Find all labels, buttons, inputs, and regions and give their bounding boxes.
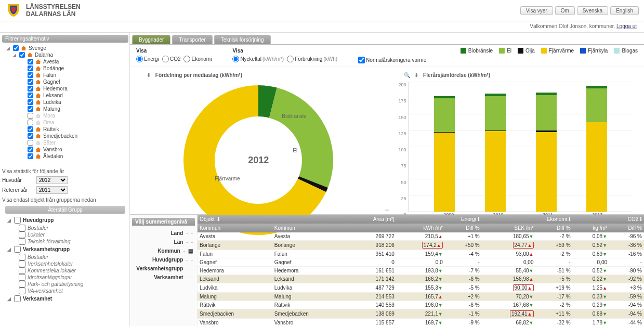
- th-diff2[interactable]: Diff %: [536, 224, 573, 232]
- muni-checkbox[interactable]: [28, 126, 33, 132]
- ref-year-select[interactable]: 2011: [36, 186, 68, 194]
- group-item-checkbox[interactable]: [19, 254, 25, 260]
- table-row[interactable]: SmedjebackenSmedjebacken138 069221,1▼-1 …: [198, 309, 644, 319]
- tree-region[interactable]: ◢ Dalarna: [6, 51, 128, 58]
- group-checkbox[interactable]: [14, 246, 21, 253]
- tab-buildings[interactable]: Byggnader: [132, 35, 170, 44]
- lang-english-button[interactable]: English: [610, 6, 639, 15]
- th-co2[interactable]: CO2 ℹ: [573, 215, 644, 224]
- muni-checkbox[interactable]: [28, 106, 33, 112]
- table-row[interactable]: HedemoraHedemora161 651193,8▼-7 %55,40▼-…: [198, 267, 644, 275]
- tree-item-ludvika[interactable]: Ludvika: [6, 99, 128, 106]
- th-area[interactable]: Area [m²]: [347, 215, 397, 224]
- muni-checkbox[interactable]: [28, 113, 33, 119]
- bar-column[interactable]: [434, 96, 455, 212]
- group-item[interactable]: Teknisk förvaltning: [7, 238, 128, 245]
- tree-item-avesta[interactable]: Avesta: [6, 58, 128, 65]
- root-checkbox[interactable]: [13, 45, 19, 51]
- download-icon[interactable]: ⬇: [147, 72, 151, 78]
- summ-level-län[interactable]: Län--: [132, 238, 195, 246]
- show-views-button[interactable]: Visa vyer: [520, 6, 553, 15]
- main-year-select[interactable]: 2012: [36, 176, 68, 184]
- tab-tech[interactable]: Teknisk försörjning: [214, 35, 271, 44]
- tree-item-leksand[interactable]: Leksand: [6, 92, 128, 99]
- group-item-checkbox[interactable]: [19, 225, 25, 231]
- donut-slice[interactable]: [269, 88, 333, 188]
- muni-checkbox[interactable]: [28, 140, 33, 146]
- muni-checkbox[interactable]: [28, 147, 33, 152]
- th-objekt[interactable]: Objekt ⬇: [198, 215, 272, 224]
- tree-item-gagnef[interactable]: Gagnef: [6, 79, 128, 85]
- th-kgm2[interactable]: kg /m²: [573, 224, 610, 232]
- table-row[interactable]: FalunFalun951 410159,4▼-4 %93,00▲+2 %0,8…: [198, 250, 644, 258]
- table-row[interactable]: GagnefGagnef00,0-0,00-0,00-: [198, 258, 644, 267]
- th-diff1[interactable]: Diff %: [445, 224, 482, 232]
- muni-checkbox[interactable]: [28, 99, 33, 105]
- th-kwhm2[interactable]: kWh /m²: [397, 224, 445, 232]
- tree-item-orsa[interactable]: Orsa: [6, 119, 128, 126]
- muni-checkbox[interactable]: [28, 72, 33, 78]
- group-item-checkbox[interactable]: [19, 231, 25, 238]
- tree-item-smedjebacken[interactable]: Smedjebacken: [6, 133, 128, 139]
- th-kommun2[interactable]: Kommun: [272, 224, 347, 232]
- group-item[interactable]: Bostäder: [7, 225, 128, 231]
- lang-swedish-button[interactable]: Svenska: [577, 6, 608, 15]
- group-item[interactable]: Kommersiella lokaler: [7, 267, 128, 274]
- table-row[interactable]: BorlängeBorlänge918 206174,2▲+50 %24,77▲…: [198, 241, 644, 250]
- group-item[interactable]: Park- och gatubelysning: [7, 281, 128, 288]
- th-diff3[interactable]: Diff %: [609, 224, 644, 232]
- group-header[interactable]: ◢Verksamhetsgrupp: [7, 245, 128, 254]
- tab-transport[interactable]: Transporter: [172, 35, 212, 44]
- about-button[interactable]: Om: [555, 6, 575, 15]
- th-energi[interactable]: Energi ℹ: [397, 215, 482, 224]
- radio-ekonomi[interactable]: Ekonomi: [183, 56, 212, 62]
- radio-forbrukning[interactable]: Förbrukning (kWh): [287, 56, 337, 62]
- logout-link[interactable]: Logga ut: [616, 23, 637, 29]
- twisty-icon[interactable]: ◢: [7, 218, 12, 223]
- zoom-icon[interactable]: 🔍: [404, 72, 410, 78]
- download-icon[interactable]: ⬇: [414, 72, 418, 78]
- reset-group-button[interactable]: Återställ Grupp: [5, 206, 125, 214]
- bar-column[interactable]: [586, 86, 607, 212]
- group-checkbox[interactable]: [14, 217, 21, 224]
- tree-item-borlänge[interactable]: Borlänge: [6, 65, 128, 72]
- group-item[interactable]: Verksamhetslokaler: [7, 260, 128, 267]
- tree-item-säter[interactable]: Säter: [6, 139, 128, 146]
- muni-checkbox[interactable]: [28, 79, 33, 85]
- group-item[interactable]: Lokaler: [7, 231, 128, 238]
- group-item-checkbox[interactable]: [19, 267, 25, 274]
- group-header[interactable]: ◢Huvudgrupp: [7, 216, 128, 225]
- muni-checkbox[interactable]: [28, 93, 33, 98]
- tree-item-hedemora[interactable]: Hedemora: [6, 85, 128, 92]
- twisty-icon[interactable]: ◢: [7, 247, 12, 252]
- tree-root[interactable]: ◢ Sverige: [6, 45, 128, 51]
- table-row[interactable]: MalungMalung214 553165,7▲+2 %70,20▼-17 %…: [198, 293, 644, 301]
- check-normal[interactable]: Normalårskorrigera värme: [358, 57, 426, 63]
- summ-level-kommun[interactable]: Kommun-▤: [132, 246, 195, 255]
- group-checkbox[interactable]: [14, 295, 21, 302]
- twisty-icon[interactable]: ◢: [12, 53, 17, 58]
- muni-checkbox[interactable]: [28, 120, 33, 125]
- group-item-checkbox[interactable]: [19, 260, 25, 267]
- group-item[interactable]: VA-verksamhet: [7, 288, 128, 294]
- group-item-checkbox[interactable]: [19, 238, 25, 245]
- bar-column[interactable]: [536, 93, 557, 212]
- group-item-checkbox[interactable]: [19, 274, 25, 281]
- bar-column[interactable]: [485, 94, 506, 212]
- tree-item-falun[interactable]: Falun: [6, 72, 128, 79]
- tree-item-mora[interactable]: Mora: [6, 112, 128, 119]
- group-item-checkbox[interactable]: [19, 281, 25, 288]
- group-item[interactable]: Bostäder: [7, 254, 128, 260]
- radio-co2[interactable]: CO2: [162, 56, 181, 62]
- muni-checkbox[interactable]: [28, 153, 33, 159]
- table-row[interactable]: RättvikRättvik140 553196,0▼-6 %167,68▼-2…: [198, 301, 644, 309]
- muni-checkbox[interactable]: [28, 133, 33, 139]
- tree-item-vansbro[interactable]: Vansbro: [6, 146, 128, 153]
- tree-item-älvdalen[interactable]: Älvdalen: [6, 153, 128, 160]
- group-item[interactable]: Idrottsanläggningar: [7, 274, 128, 281]
- tree-item-rättvik[interactable]: Rättvik: [6, 126, 128, 133]
- summ-level-verksamhet[interactable]: Verksamhet--: [132, 273, 195, 282]
- table-row[interactable]: VansbroVansbro115 857169,7▼-9 %69,82▼-32…: [198, 319, 644, 327]
- region-checkbox[interactable]: [19, 52, 25, 58]
- summ-level-huvudgrupp[interactable]: Huvudgrupp--: [132, 255, 195, 264]
